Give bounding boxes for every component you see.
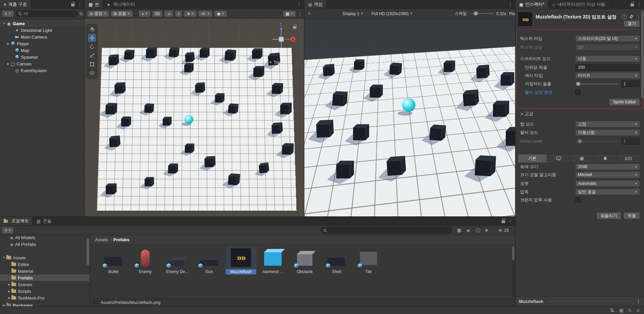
scene-lighting-toggle[interactable]: ☼	[164, 10, 173, 17]
move-tool-button[interactable]	[88, 34, 96, 42]
platform-tab-standalone[interactable]	[547, 154, 571, 163]
no-entry-icon[interactable]: ⊘	[636, 308, 640, 313]
search-filter-icon[interactable]: ⧉	[80, 11, 83, 16]
expand-arrow-icon[interactable]: ▶	[6, 42, 10, 45]
shading-mode-dropdown[interactable]: ◑▼	[139, 10, 150, 17]
format-dropdown[interactable]: Automatic▼	[575, 180, 640, 187]
scene-audio-toggle[interactable]: ♪	[175, 10, 182, 17]
asset-item[interactable]: Obstacle	[289, 246, 320, 275]
camera-settings-dropdown[interactable]: ◉▼	[214, 10, 227, 17]
hierarchy-item[interactable]: Main Camera	[0, 34, 85, 40]
help-icon[interactable]: ?	[622, 14, 627, 19]
tab-game[interactable]: ◎ 게임	[304, 0, 327, 9]
project-search-input[interactable]	[320, 227, 452, 233]
asset-item[interactable]: Bullet	[98, 246, 129, 275]
panel-menu-icon[interactable]: ⋮	[297, 2, 301, 7]
tab-inspector[interactable]: ▣ 인스펙터*	[515, 0, 548, 9]
tab-scene[interactable]: ▦ 씬	[85, 0, 103, 9]
tab-console[interactable]: ▤ 콘솔	[33, 217, 55, 225]
panel-menu-icon[interactable]: ⋮	[637, 2, 641, 7]
game-mode-dropdown[interactable]: ▼	[306, 10, 312, 17]
expand-arrow-icon[interactable]: ▶	[6, 62, 10, 65]
header-menu-icon[interactable]: ⋮	[636, 14, 641, 19]
platform-tab-default[interactable]: 기본	[517, 154, 547, 163]
packages-root-row[interactable]: ▶ Packages	[0, 302, 90, 306]
panel-menu-icon[interactable]: ⋮	[508, 2, 512, 7]
effects-dropdown[interactable]: ∗▼	[184, 10, 197, 17]
gear-icon[interactable]	[629, 14, 634, 19]
tree-scrollbar[interactable]	[87, 235, 89, 306]
search-by-label-icon[interactable]: ◈	[466, 228, 470, 232]
hierarchy-item[interactable]: ☀ Directional Light	[0, 27, 85, 34]
scene-root-row[interactable]: ▼ ◈ Game	[0, 20, 85, 27]
expand-arrow-icon[interactable]: ▼	[2, 22, 6, 25]
asset-item-selected[interactable]: »» Muzzleflash	[226, 246, 256, 275]
rect-tool-button[interactable]	[88, 60, 96, 68]
play-focused-dropdown[interactable]: Play F	[509, 11, 515, 16]
wrap-mode-dropdown[interactable]: 고정▼	[575, 121, 640, 127]
expand-arrow-icon[interactable]: ▶	[2, 304, 6, 306]
mesh-type-dropdown[interactable]: 타이트▼	[575, 72, 640, 79]
hierarchy-item[interactable]: ▶ Player	[0, 40, 85, 47]
preview-resize-handle[interactable]	[548, 301, 632, 302]
hidden-packages-counter[interactable]: 15	[498, 228, 508, 233]
2d-toggle[interactable]: 2D	[152, 10, 162, 17]
preview-menu-icon[interactable]: ⋮	[636, 299, 641, 304]
lock-icon[interactable]	[71, 4, 75, 6]
mute-notifications-icon[interactable]	[610, 308, 614, 313]
layout-grid-icon[interactable]: ▦	[619, 308, 623, 313]
hidden-objects-dropdown[interactable]: ▼	[198, 10, 212, 17]
pixels-per-unit-field[interactable]: 100	[575, 64, 640, 71]
tab-hierarchy[interactable]: ≡ 계층 구조	[0, 0, 31, 9]
max-size-dropdown[interactable]: 2048▼	[575, 163, 640, 170]
grid-scrollbar[interactable]	[512, 246, 515, 297]
sprite-mode-dropdown[interactable]: 다중▼	[575, 55, 640, 62]
saved-search-item[interactable]: ◈ All Models	[0, 235, 90, 241]
hierarchy-item[interactable]: ◎ EventSystem	[0, 67, 85, 74]
hierarchy-search-input[interactable]: All	[15, 10, 78, 17]
tab-animator[interactable]: ► 애니메이터	[103, 0, 139, 9]
preview-header[interactable]: Muzzleflash ⋮	[515, 297, 644, 306]
asset-item[interactable]: Tile	[353, 246, 384, 275]
folder-row[interactable]: Editor	[0, 261, 90, 268]
tab-navigation[interactable]: ◇ 내비게이션(더 이상 사용..	[548, 0, 611, 9]
create-asset-button[interactable]: +▼	[2, 227, 14, 234]
hierarchy-item[interactable]: Map	[0, 47, 85, 54]
gizmo-view-label[interactable]: ◄ Top	[269, 60, 281, 65]
scene-viewport[interactable]: z x ◄ Top	[85, 19, 304, 216]
asset-item[interactable]: Shell	[321, 246, 352, 275]
folder-row-selected[interactable]: Prefabs	[0, 274, 90, 281]
asset-item[interactable]: Enemy De...	[162, 246, 193, 275]
lock-icon[interactable]	[502, 220, 505, 223]
resize-algorithm-dropdown[interactable]: Mitchell▼	[575, 171, 640, 178]
save-search-star-icon[interactable]: ★	[485, 228, 489, 232]
texture-type-dropdown[interactable]: 스프라이트(2D 및 UI)▼	[575, 35, 640, 42]
use-crunch-checkbox[interactable]	[575, 197, 581, 203]
asset-item[interactable]: Enemy	[130, 246, 161, 275]
saved-search-item[interactable]: ◈ All Prefabs	[0, 241, 90, 248]
lock-icon[interactable]	[631, 4, 634, 6]
inspector-scrollbar[interactable]	[641, 9, 644, 296]
hierarchy-item[interactable]: ▶ ▢ Canvas	[0, 60, 85, 67]
advanced-foldout[interactable]: ▶ 고급	[515, 110, 644, 117]
expand-arrow-icon[interactable]: ▶	[7, 290, 11, 293]
platform-tab-android[interactable]	[594, 154, 617, 163]
hand-tool-button[interactable]	[88, 25, 96, 33]
resolution-dropdown[interactable]: Full HD (1920x1080)▼	[370, 10, 414, 17]
breadcrumb-current[interactable]: Prefabs	[113, 237, 130, 242]
expand-arrow-icon[interactable]: ▶	[7, 283, 11, 286]
panel-menu-icon[interactable]: ⋮	[78, 2, 82, 7]
rotate-tool-button[interactable]	[88, 43, 96, 51]
display-dropdown[interactable]: Display 1▼	[341, 10, 364, 17]
filter-mode-dropdown[interactable]: 이중선형▼	[575, 129, 640, 136]
extrude-edges-slider[interactable]	[575, 84, 618, 85]
platform-tab-ios[interactable]: iOS	[617, 154, 640, 163]
assets-root-row[interactable]: ▼ Assets	[0, 254, 90, 261]
search-by-type-icon[interactable]: ▦	[457, 228, 461, 232]
extrude-edges-knob[interactable]	[576, 82, 580, 86]
gizmo-lock-icon[interactable]	[293, 26, 296, 29]
folder-row[interactable]: ▶ Scripts	[0, 288, 90, 295]
breadcrumb-root[interactable]: Assets	[95, 237, 108, 242]
folder-row[interactable]: Material	[0, 268, 90, 274]
hierarchy-item[interactable]: Spawner	[0, 54, 85, 60]
